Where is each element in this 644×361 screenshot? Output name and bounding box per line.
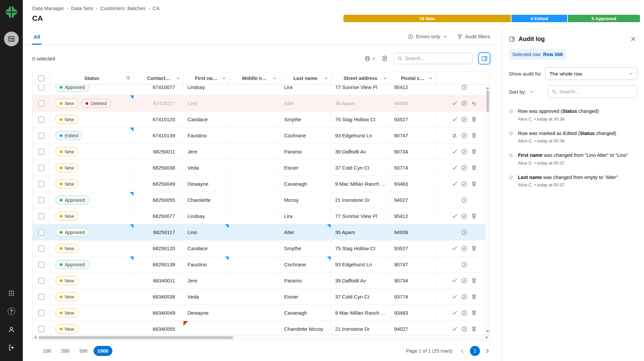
trash-icon[interactable] (470, 325, 478, 333)
trash-icon[interactable] (470, 131, 478, 140)
chevron-down-icon[interactable] (324, 76, 328, 81)
sidebar-item-help[interactable]: ? (4, 304, 19, 319)
undo-icon[interactable] (470, 99, 478, 108)
sidebar-item-data-tables[interactable] (4, 32, 19, 46)
next-page-button[interactable] (485, 348, 490, 354)
check-icon[interactable] (450, 99, 459, 108)
trash-icon[interactable] (470, 164, 478, 172)
column-header-middle-n[interactable]: Middle n… (229, 72, 280, 84)
row-checkbox[interactable] (38, 149, 44, 155)
table-search-input[interactable] (405, 56, 469, 61)
check-icon[interactable] (450, 115, 459, 124)
check-icon[interactable] (450, 164, 459, 172)
current-page-button[interactable]: 1 (470, 346, 480, 356)
check-icon[interactable] (450, 276, 459, 285)
row-checkbox[interactable] (38, 326, 44, 332)
row-checkbox[interactable] (38, 245, 44, 252)
chevron-down-icon[interactable] (176, 76, 180, 81)
trash-icon[interactable] (470, 244, 478, 253)
check-icon[interactable] (450, 292, 459, 301)
table-row[interactable]: New68340038VedaEisner37 Cold Cyn Ct93774 (33, 289, 490, 305)
approve-icon[interactable] (460, 212, 469, 221)
report-view-button[interactable] (382, 55, 388, 61)
approve-icon[interactable] (460, 99, 469, 108)
row-checkbox[interactable] (38, 85, 44, 90)
table-row[interactable]: New68340011JereParamo39 Daffodil Av90734 (33, 273, 490, 289)
chevron-down-icon[interactable] (428, 76, 433, 81)
column-header-contact[interactable]: Contact… (134, 72, 183, 84)
errors-only-filter[interactable]: Errors only (408, 34, 447, 39)
row-checkbox[interactable] (38, 165, 44, 171)
row-checkbox[interactable] (38, 117, 44, 123)
row-checkbox[interactable] (38, 278, 44, 284)
trash-icon[interactable] (470, 180, 478, 188)
table-row[interactable]: Approved67410077LindsayLira77 Sunrise Vi… (33, 85, 490, 95)
table-row[interactable]: Approved68250055CharoletteMccoy21 Ironst… (33, 192, 490, 208)
approve-icon[interactable] (460, 180, 469, 188)
table-row[interactable]: Approved68250139FaustinoCochrane93 Edgeh… (33, 257, 490, 273)
approve-icon[interactable] (460, 292, 469, 301)
check-icon[interactable] (450, 309, 459, 317)
trash-icon[interactable] (470, 292, 478, 301)
table-row[interactable]: New68250011JereParamo39 Daffodil Av90734 (33, 144, 490, 160)
trash-icon[interactable] (470, 309, 478, 317)
audit-filters-button[interactable]: Audit filters (457, 34, 490, 39)
horizontal-scroll-thumb[interactable] (39, 336, 233, 339)
row-checkbox[interactable] (38, 213, 44, 219)
audit-search-input[interactable] (559, 89, 634, 94)
approve-icon[interactable] (460, 309, 469, 317)
chevron-down-icon[interactable] (383, 76, 387, 81)
sidebar-item-user[interactable] (4, 322, 19, 337)
chevron-down-icon[interactable] (222, 76, 226, 81)
close-panel-button[interactable] (629, 35, 637, 43)
history-icon[interactable] (460, 260, 469, 269)
table-row[interactable]: New68250077LindsayLira77 Sunrise View Pl… (33, 208, 490, 224)
check-icon[interactable] (450, 212, 459, 221)
history-icon[interactable] (460, 228, 469, 237)
show-audit-for-select[interactable]: The whole row (545, 67, 637, 80)
breadcrumb-item[interactable]: Customers: Batches (100, 5, 146, 11)
page-size-1000[interactable]: 1000 (94, 346, 112, 356)
approve-icon[interactable] (460, 147, 469, 156)
page-size-100[interactable]: 100 (39, 346, 55, 356)
scroll-left-arrow[interactable] (34, 336, 36, 339)
column-header-first-na[interactable]: First na… (183, 72, 229, 84)
scroll-up-arrow[interactable] (486, 87, 489, 89)
table-row[interactable]: New68340049DewayneCavanagh9 Mac Millan R… (33, 305, 490, 321)
page-size-200[interactable]: 200 (57, 346, 73, 356)
sort-by-dropdown[interactable]: Sort by: (509, 89, 534, 95)
vertical-scroll-thumb[interactable] (486, 90, 489, 112)
table-row[interactable]: NewDeleted67410117LinoAlter35 Apam94939 (33, 95, 490, 111)
check-icon[interactable] (450, 147, 459, 156)
sidebar-item-apps[interactable] (4, 286, 19, 301)
row-checkbox[interactable] (38, 133, 44, 139)
approve-icon[interactable] (460, 131, 469, 140)
column-header-postal-c[interactable]: Postal c… (390, 72, 436, 84)
column-header-last-name[interactable]: Last name (280, 72, 331, 84)
approve-icon[interactable] (460, 115, 469, 124)
app-logo[interactable] (4, 5, 19, 19)
select-all-checkbox[interactable] (38, 75, 44, 81)
column-header-street-address[interactable]: Street address (331, 72, 390, 84)
sidebar-item-logout[interactable] (4, 340, 19, 355)
history-icon[interactable] (460, 196, 469, 205)
table-row[interactable]: New68250049DewayneCavanagh9 Mac Millan R… (33, 176, 490, 192)
table-row[interactable]: New68250038VedaEisner37 Cold Cyn Ct93774 (33, 160, 490, 176)
tab-all[interactable]: All (32, 29, 42, 45)
chevron-down-icon[interactable] (273, 76, 277, 81)
row-checkbox[interactable] (38, 310, 44, 316)
table-row[interactable]: New67410120CandaceSmythe75 Stag Hollow C… (33, 111, 490, 128)
approve-icon[interactable] (460, 276, 469, 285)
row-checkbox[interactable] (38, 100, 44, 106)
approve-icon[interactable] (460, 164, 469, 172)
column-header-status[interactable]: Status (50, 72, 134, 84)
scroll-down-arrow[interactable] (486, 330, 489, 332)
filter-icon[interactable] (126, 76, 131, 81)
scroll-right-arrow[interactable] (486, 336, 488, 339)
page-size-500[interactable]: 500 (75, 346, 91, 356)
trash-icon[interactable] (470, 147, 478, 156)
trash-icon[interactable] (470, 115, 478, 124)
breadcrumb-item[interactable]: Data Manager (32, 5, 64, 11)
row-checkbox[interactable] (38, 294, 44, 300)
check-icon[interactable] (450, 244, 459, 253)
